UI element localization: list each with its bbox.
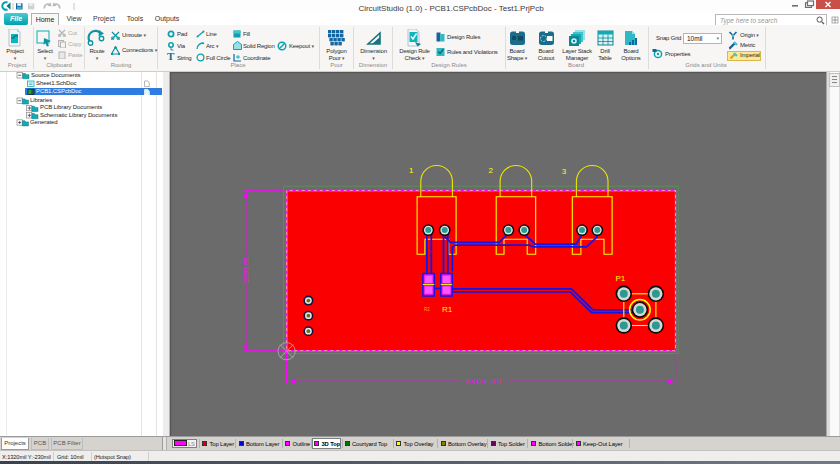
svg-text:1: 1 <box>409 166 414 175</box>
svg-text:R2: R2 <box>424 307 430 312</box>
svg-text:R1: R1 <box>442 305 453 314</box>
svg-text:3: 3 <box>562 167 567 176</box>
svg-text:2400.00: 2400.00 <box>465 377 502 386</box>
svg-text:P1: P1 <box>616 274 626 283</box>
svg-text:1000.00: 1000.00 <box>242 257 249 283</box>
svg-text:2: 2 <box>489 166 494 175</box>
